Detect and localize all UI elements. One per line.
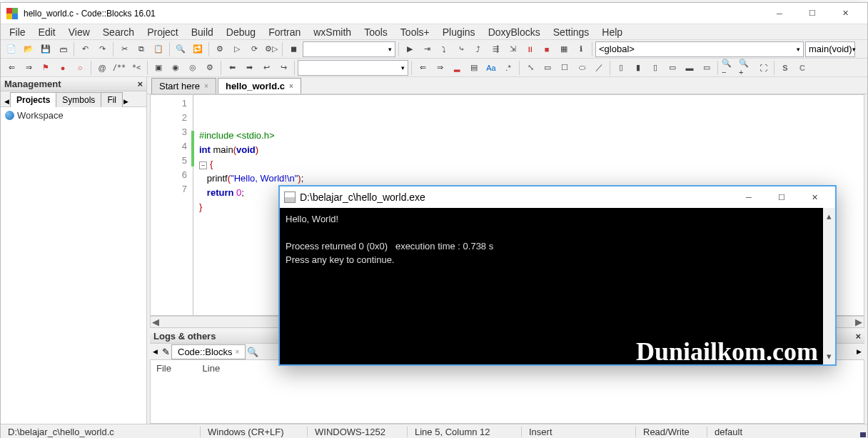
info-icon[interactable]: ℹ bbox=[573, 41, 589, 57]
close-button[interactable]: ✕ bbox=[829, 3, 862, 24]
func-combo[interactable]: main(void)▾ bbox=[805, 41, 855, 57]
menu-help[interactable]: Help bbox=[596, 25, 628, 39]
cut-icon[interactable]: ✂ bbox=[116, 41, 132, 57]
dox-run-icon[interactable]: ▣ bbox=[151, 60, 166, 76]
text-icon[interactable]: ▭ bbox=[540, 60, 555, 76]
next-bookmark-icon[interactable]: ⇒ bbox=[21, 60, 36, 76]
logs-tab-next-icon[interactable]: ▶ bbox=[854, 347, 864, 357]
menu-file[interactable]: File bbox=[4, 25, 31, 39]
menu-fortran[interactable]: Fortran bbox=[263, 25, 306, 39]
console-maximize-button[interactable]: ☐ bbox=[765, 186, 798, 208]
menu-settings[interactable]: Settings bbox=[547, 25, 595, 39]
flag-icon[interactable]: ⚑ bbox=[38, 60, 54, 76]
c-icon[interactable]: C bbox=[794, 60, 810, 76]
management-tree[interactable]: Workspace bbox=[1, 107, 146, 424]
break-icon[interactable]: ⏸ bbox=[522, 41, 538, 57]
stop-debug-icon[interactable]: ■ bbox=[539, 41, 555, 57]
rect-icon[interactable]: ☐ bbox=[557, 60, 572, 76]
dox-chm-icon[interactable]: ◎ bbox=[185, 60, 201, 76]
dox-inline-icon[interactable]: *< bbox=[128, 60, 144, 76]
alignt-icon[interactable]: ▭ bbox=[665, 60, 680, 76]
menu-tools+[interactable]: Tools+ bbox=[395, 25, 435, 39]
console-output[interactable]: Hello, World! Process returned 0 (0x0) e… bbox=[280, 208, 835, 364]
logs-tab-prev-icon[interactable]: ◀ bbox=[150, 347, 161, 357]
run-to-cursor-icon[interactable]: ⇥ bbox=[419, 41, 435, 57]
maximize-button[interactable]: ☐ bbox=[796, 3, 829, 24]
logs-search-icon[interactable]: 🔍 bbox=[247, 347, 258, 357]
target-combo[interactable]: ▾ bbox=[303, 41, 395, 57]
jump-back-icon[interactable]: ⬅ bbox=[224, 60, 240, 76]
logs-tab-close-icon[interactable]: × bbox=[236, 348, 240, 356]
hl-prev-icon[interactable]: ⇐ bbox=[415, 60, 430, 76]
menu-view[interactable]: View bbox=[63, 25, 96, 39]
select-icon[interactable]: ⤡ bbox=[523, 60, 538, 76]
debug-windows-icon[interactable]: ▦ bbox=[556, 41, 572, 57]
menu-search[interactable]: Search bbox=[97, 25, 140, 39]
menu-doxyblocks[interactable]: DoxyBlocks bbox=[483, 25, 546, 39]
pencil-icon[interactable]: ✎ bbox=[162, 347, 170, 357]
dox-html-icon[interactable]: ◉ bbox=[168, 60, 183, 76]
save-all-icon[interactable]: 🗃 bbox=[55, 41, 71, 57]
build-settings-icon[interactable]: ⚙ bbox=[212, 41, 228, 57]
menu-plugins[interactable]: Plugins bbox=[437, 25, 481, 39]
menu-wxsmith[interactable]: wxSmith bbox=[308, 25, 357, 39]
alignb-icon[interactable]: ▭ bbox=[699, 60, 715, 76]
fold-icon[interactable]: − bbox=[199, 161, 207, 169]
save-icon[interactable]: 💾 bbox=[38, 41, 54, 57]
logs-tab-codeblocks[interactable]: Code::Blocks× bbox=[171, 344, 246, 359]
breakpoint-add-icon[interactable]: ○ bbox=[72, 60, 88, 76]
mgmt-tab-symbols[interactable]: Symbols bbox=[56, 92, 101, 107]
redo-icon[interactable]: ↷ bbox=[94, 41, 110, 57]
menu-edit[interactable]: Edit bbox=[33, 25, 61, 39]
dox-comment-icon[interactable]: /** bbox=[111, 60, 127, 76]
console-close-button[interactable]: ✕ bbox=[798, 186, 831, 208]
menu-tools[interactable]: Tools bbox=[358, 25, 393, 39]
zoomout-icon[interactable]: 🔍− bbox=[721, 60, 737, 76]
hl-next-icon[interactable]: ⇒ bbox=[432, 60, 448, 76]
copy-icon[interactable]: ⧉ bbox=[133, 41, 149, 57]
editor-tab[interactable]: Start here× bbox=[151, 78, 216, 94]
breakpoint-icon[interactable]: ● bbox=[55, 60, 71, 76]
undo-icon[interactable]: ↶ bbox=[77, 41, 93, 57]
mgmt-tab-projects[interactable]: Projects bbox=[10, 92, 56, 107]
minimize-button[interactable]: ─ bbox=[763, 3, 796, 24]
dox-config-icon[interactable]: ⚙ bbox=[202, 60, 218, 76]
paste-icon[interactable]: 📋 bbox=[151, 41, 166, 57]
regex-icon[interactable]: .* bbox=[500, 60, 516, 76]
mgmt-tab-fil[interactable]: Fil bbox=[101, 92, 123, 107]
mgmt-tab-next-icon[interactable]: ▶ bbox=[122, 96, 130, 107]
alignr-icon[interactable]: ▯ bbox=[647, 60, 663, 76]
menu-build[interactable]: Build bbox=[186, 25, 219, 39]
next-line-icon[interactable]: ⤵ bbox=[436, 41, 452, 57]
stop-icon[interactable]: ◼ bbox=[286, 41, 301, 57]
tab-close-icon[interactable]: × bbox=[289, 82, 293, 90]
s-icon[interactable]: S bbox=[777, 60, 793, 76]
editor-tab[interactable]: hello_world.c× bbox=[218, 78, 301, 94]
tab-close-icon[interactable]: × bbox=[204, 82, 208, 90]
zoomin-icon[interactable]: 🔍+ bbox=[738, 60, 754, 76]
console-v-scrollbar[interactable]: ▴▾ bbox=[823, 208, 835, 364]
prev-bookmark-icon[interactable]: ⇐ bbox=[4, 60, 19, 76]
alignl-icon[interactable]: ▯ bbox=[613, 60, 629, 76]
step-instr-icon[interactable]: ⇲ bbox=[505, 41, 520, 57]
find-icon[interactable]: 🔍 bbox=[173, 41, 188, 57]
logs-close-icon[interactable]: × bbox=[855, 331, 861, 342]
clear-jump-icon[interactable]: ↪ bbox=[276, 60, 291, 76]
alignc-icon[interactable]: ▮ bbox=[630, 60, 646, 76]
management-close-icon[interactable]: × bbox=[137, 79, 143, 89]
next-instr-icon[interactable]: ⇶ bbox=[488, 41, 503, 57]
open-file-icon[interactable]: 📂 bbox=[21, 41, 36, 57]
console-minimize-button[interactable]: ─ bbox=[732, 186, 765, 208]
build-icon[interactable]: ▷ bbox=[229, 41, 245, 57]
debug-run-icon[interactable]: ▶ bbox=[402, 41, 418, 57]
last-jump-icon[interactable]: ↩ bbox=[258, 60, 274, 76]
match-opts-icon[interactable]: ▤ bbox=[466, 60, 482, 76]
new-file-icon[interactable]: 📄 bbox=[4, 41, 19, 57]
line-icon[interactable]: ／ bbox=[591, 60, 607, 76]
search-combo[interactable]: ▾ bbox=[298, 60, 408, 76]
hl-icon[interactable]: ▂ bbox=[449, 60, 465, 76]
dox-at-icon[interactable]: @ bbox=[94, 60, 110, 76]
zoomfit-icon[interactable]: ⛶ bbox=[755, 60, 771, 76]
case-icon[interactable]: Aa bbox=[483, 60, 499, 76]
step-out-icon[interactable]: ⤴ bbox=[470, 41, 486, 57]
